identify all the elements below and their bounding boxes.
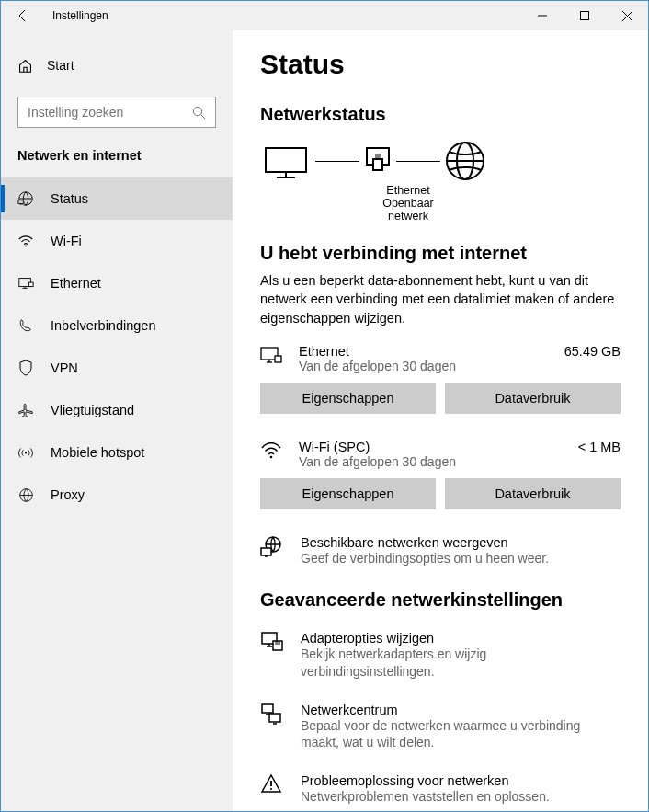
- home-label: Start: [47, 58, 74, 73]
- nav-label: Vliegtuigstand: [51, 403, 134, 417]
- nav-ethernet[interactable]: Ethernet: [1, 262, 233, 304]
- svg-rect-34: [261, 548, 271, 555]
- option-sub: Bekijk netwerkadapters en wijzig verbind…: [301, 646, 621, 680]
- status-icon: [17, 190, 34, 207]
- close-button[interactable]: [606, 1, 648, 30]
- svg-rect-1: [581, 12, 589, 20]
- ethernet-icon: [17, 276, 34, 291]
- vpn-icon: [17, 360, 34, 376]
- search-box[interactable]: [17, 97, 216, 128]
- nav-label: VPN: [51, 360, 78, 375]
- troubleshoot[interactable]: Probleemoplossing voor netwerken Netwerk…: [260, 773, 621, 806]
- airplane-icon: [17, 402, 34, 418]
- option-sub: Bepaal voor de netwerken waarmee u verbi…: [301, 717, 621, 752]
- nav-label: Ethernet: [51, 276, 101, 291]
- network-diagram: [260, 140, 621, 182]
- network-center[interactable]: Netwerkcentrum Bepaal voor de netwerken …: [260, 703, 621, 752]
- show-networks-option[interactable]: Beschikbare netwerken weergeven Geef de …: [260, 535, 621, 567]
- main-content: Status Netwerkstatus Etherne: [233, 30, 648, 811]
- ethernet-icon: [260, 344, 284, 369]
- option-label: Probleemoplossing voor netwerken: [301, 773, 550, 788]
- minimize-button[interactable]: [521, 1, 564, 30]
- connection-wifi: Wi-Fi (SPC) Van de afgelopen 30 dagen < …: [260, 440, 621, 469]
- home-icon: [17, 58, 33, 74]
- option-sub: Netwerkproblemen vaststellen en oplossen…: [301, 788, 550, 806]
- ethernet-properties-button[interactable]: Eigenschappen: [260, 383, 436, 414]
- adapter-options[interactable]: Adapteropties wijzigen Bekijk netwerkada…: [260, 631, 621, 680]
- connection-name: Ethernet: [299, 344, 542, 359]
- nav-vpn[interactable]: VPN: [1, 347, 233, 389]
- nav-label: Proxy: [51, 487, 85, 502]
- svg-point-10: [25, 246, 27, 247]
- svg-rect-8: [18, 200, 23, 204]
- window-title: Instellingen: [52, 9, 521, 22]
- network-center-icon: [260, 703, 284, 729]
- advanced-heading: Geavanceerde netwerkinstellingen: [260, 589, 621, 611]
- wifi-icon: [260, 440, 284, 463]
- wifi-icon: [17, 234, 34, 248]
- sidebar-section-title: Netwerk en internet: [1, 128, 233, 170]
- svg-rect-21: [373, 159, 382, 170]
- nav-hotspot[interactable]: Mobiele hotspot: [1, 431, 233, 474]
- nav-label: Mobiele hotspot: [51, 445, 144, 460]
- hotspot-icon: [17, 445, 34, 460]
- show-networks-icon: [260, 535, 284, 560]
- nav-label: Wi-Fi: [51, 234, 82, 248]
- connection-usage: 65.49 GB: [557, 344, 621, 359]
- adapter-icon: [260, 631, 284, 656]
- connected-description: Als u een beperkt data-abonnement hebt, …: [260, 271, 621, 327]
- troubleshoot-icon: [260, 773, 284, 796]
- titlebar: Instellingen: [1, 1, 648, 30]
- connection-usage: < 1 MB: [571, 440, 621, 454]
- connection-name: Wi-Fi (SPC): [299, 440, 556, 454]
- nav-label: Inbelverbindingen: [51, 318, 155, 333]
- network-status-heading: Netwerkstatus: [260, 104, 621, 125]
- option-label: Netwerkcentrum: [301, 703, 621, 717]
- show-networks-label: Beschikbare netwerken weergeven: [301, 535, 549, 550]
- ethernet-port-icon: [363, 144, 393, 177]
- nav-label: Status: [51, 191, 88, 206]
- svg-rect-14: [29, 282, 33, 287]
- search-input[interactable]: [28, 105, 192, 120]
- home-button[interactable]: Start: [1, 47, 233, 84]
- svg-point-32: [270, 456, 273, 459]
- svg-point-48: [270, 788, 272, 790]
- connection-ethernet: Ethernet Van de afgelopen 30 dagen 65.49…: [260, 344, 621, 373]
- svg-rect-45: [269, 714, 280, 722]
- svg-rect-31: [275, 356, 281, 362]
- sidebar: Start Netwerk en internet Status Wi-Fi E…: [1, 30, 233, 811]
- diagram-mid-label2: Openbaar netwerk: [369, 197, 448, 223]
- computer-icon: [260, 143, 312, 179]
- connected-heading: U hebt verbinding met internet: [260, 243, 621, 264]
- svg-line-5: [201, 114, 205, 118]
- maximize-button[interactable]: [564, 1, 606, 30]
- connection-sub: Van de afgelopen 30 dagen: [299, 359, 542, 373]
- page-title: Status: [260, 49, 621, 80]
- wifi-datausage-button[interactable]: Dataverbruik: [445, 478, 621, 509]
- svg-rect-43: [262, 704, 273, 713]
- svg-rect-17: [266, 148, 306, 172]
- connection-sub: Van de afgelopen 30 dagen: [299, 454, 556, 469]
- nav-dialup[interactable]: Inbelverbindingen: [1, 304, 233, 347]
- globe-icon: [444, 140, 486, 182]
- nav-proxy[interactable]: Proxy: [1, 474, 233, 516]
- show-networks-sub: Geef de verbindingsopties om u heen weer…: [301, 550, 549, 567]
- svg-point-4: [193, 107, 201, 115]
- proxy-icon: [17, 487, 34, 503]
- wifi-properties-button[interactable]: Eigenschappen: [260, 478, 436, 509]
- nav-airplane[interactable]: Vliegtuigstand: [1, 389, 233, 431]
- back-button[interactable]: [1, 1, 45, 30]
- diagram-mid-label1: Ethernet: [369, 184, 448, 197]
- ethernet-datausage-button[interactable]: Dataverbruik: [445, 383, 621, 414]
- option-label: Adapteropties wijzigen: [301, 631, 621, 646]
- nav-wifi[interactable]: Wi-Fi: [1, 220, 233, 262]
- svg-point-15: [25, 452, 27, 453]
- dialup-icon: [17, 317, 34, 334]
- diagram-labels: Ethernet Openbaar netwerk: [369, 184, 448, 223]
- search-icon: [192, 106, 206, 120]
- nav-status[interactable]: Status: [1, 177, 233, 220]
